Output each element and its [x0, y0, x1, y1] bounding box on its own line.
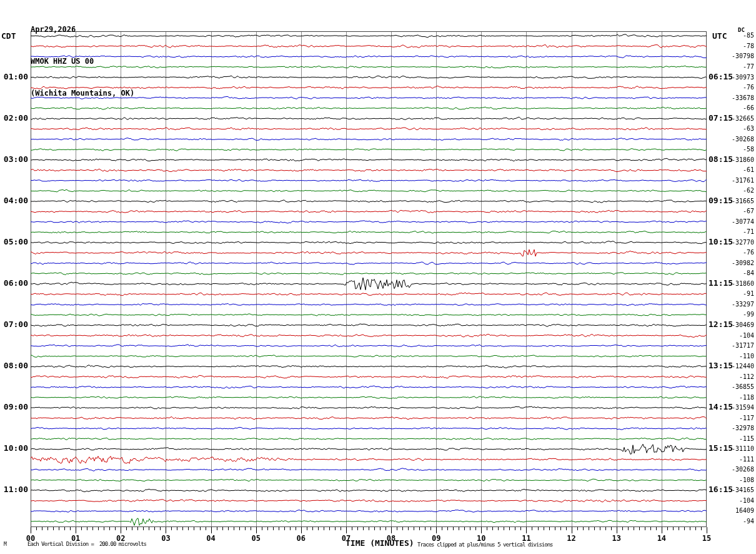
x-axis-title: TIME (MINUTES)	[346, 538, 414, 548]
dc-offset-value: -31717	[717, 342, 754, 349]
title-date: Apr29,2026	[31, 26, 134, 34]
x-tick-label: 04	[201, 534, 222, 543]
left-hour-label: 02:00	[0, 114, 28, 123]
dc-offset-value: -78	[717, 43, 754, 49]
dc-offset-value: -84	[717, 269, 754, 276]
x-tick-label: 05	[246, 534, 267, 543]
left-hour-label: 06:00	[0, 279, 28, 288]
dc-offset-value: -32665	[717, 115, 754, 122]
dc-offset-value: -67	[717, 208, 754, 214]
dc-offset-value: -117	[717, 415, 754, 421]
dc-offset-value: -32770	[717, 239, 754, 246]
dc-offset-value: -31860	[717, 280, 754, 287]
dc-offset-value: -71	[717, 228, 754, 235]
dc-offset-value: -104	[717, 332, 754, 339]
dc-offset-value: -115	[717, 435, 754, 442]
clip-note: Traces clipped at plus/minus 5 vertical …	[417, 541, 553, 548]
x-tick-label: 13	[606, 534, 627, 543]
plot-title-block: Apr29,2026 WMOK HHZ US 00 (Wichita Mount…	[31, 2, 134, 121]
left-hour-label: 07:00	[0, 320, 28, 329]
dc-offset-value: -85	[717, 32, 754, 39]
dc-offset-value: -30973	[717, 74, 754, 81]
dc-offset-value: -34165	[717, 486, 754, 493]
dc-offset-value: 16409	[717, 507, 754, 514]
dc-offset-value: -31110	[717, 445, 754, 452]
left-hour-label: 09:00	[0, 403, 28, 411]
dc-offset-value: -31665	[717, 198, 754, 204]
dc-offset-value: -118	[717, 394, 754, 401]
x-tick-label: 12	[561, 534, 582, 543]
dc-offset-value: -31594	[717, 404, 754, 411]
dc-offset-value: -76	[717, 249, 754, 256]
dc-offset-value: -61	[717, 166, 754, 173]
x-tick-label: 15	[696, 534, 717, 543]
dc-offset-value: -12440	[717, 363, 754, 370]
title-location: (Wichita Mountains, OK)	[31, 89, 134, 98]
left-hour-label: 01:00	[0, 73, 28, 81]
dc-offset-value: -30268	[717, 466, 754, 473]
dc-offset-value: -30268	[717, 136, 754, 143]
left-hour-label: 11:00	[0, 485, 28, 494]
corner-mark: M	[4, 541, 7, 547]
dc-offset-value: -94	[717, 518, 754, 525]
dc-offset-value: -36855	[717, 383, 754, 390]
dc-offset-value: -91	[717, 290, 754, 297]
dc-offset-value: -32978	[717, 425, 754, 431]
dc-offset-value: -30798	[717, 53, 754, 59]
x-tick-label: 03	[155, 534, 176, 543]
helicorder-page: Apr29,2026 WMOK HHZ US 00 (Wichita Mount…	[0, 0, 756, 554]
x-tick-label: 06	[291, 534, 312, 543]
dc-offset-value: -30982	[717, 259, 754, 266]
dc-offset-value: -77	[717, 63, 754, 70]
dc-offset-value: -66	[717, 104, 754, 111]
left-axis-label: CDT	[1, 31, 16, 41]
dc-offset-value: -63	[717, 125, 754, 132]
dc-offset-value: -111	[717, 456, 754, 463]
x-tick-label: 14	[651, 534, 672, 543]
dc-offset-value: -31860	[717, 156, 754, 163]
dc-offset-value: -99	[717, 311, 754, 318]
left-hour-label: 03:00	[0, 155, 28, 164]
dc-offset-value: -112	[717, 373, 754, 380]
dc-offset-value: -62	[717, 187, 754, 194]
scale-note: Each Vertical Division = 200.00 microvol…	[27, 541, 146, 547]
dc-offset-value: -30774	[717, 218, 754, 225]
left-hour-label: 04:00	[0, 196, 28, 205]
dc-offset-value: -108	[717, 476, 754, 483]
dc-offset-value: -33297	[717, 301, 754, 308]
dc-offset-value: -58	[717, 146, 754, 153]
dc-offset-value: -33678	[717, 94, 754, 101]
dc-offset-value: -30469	[717, 321, 754, 328]
left-hour-label: 08:00	[0, 361, 28, 370]
title-station: WMOK HHZ US 00	[31, 58, 134, 66]
dc-offset-value: -104	[717, 497, 754, 504]
dc-offset-value: -110	[717, 353, 754, 360]
dc-offset-value: -76	[717, 84, 754, 91]
left-hour-label: 10:00	[0, 444, 28, 453]
left-hour-label: 05:00	[0, 238, 28, 246]
dc-offset-value: -31761	[717, 177, 754, 184]
